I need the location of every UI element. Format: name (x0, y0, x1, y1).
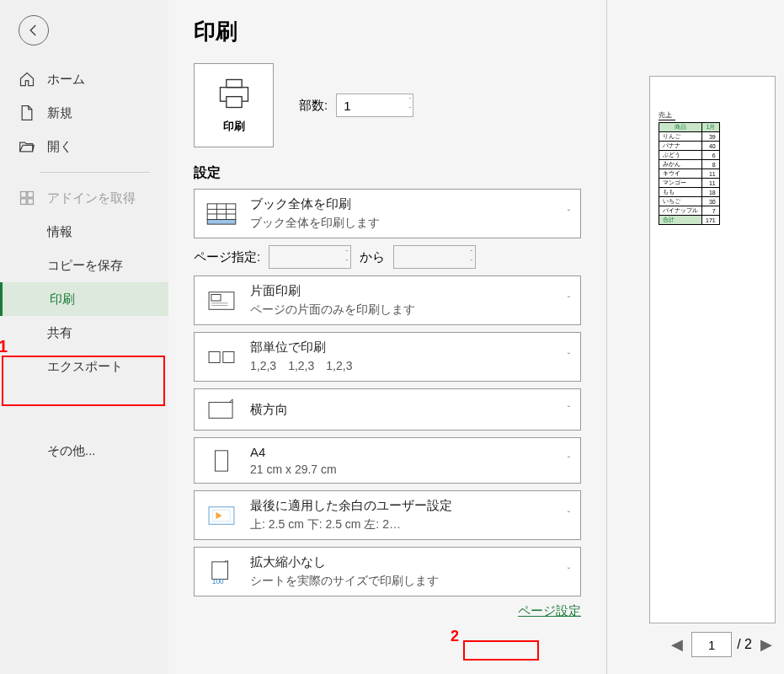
sides-dropdown[interactable]: 片面印刷ページの片面のみを印刷します ˇ (194, 275, 581, 325)
svg-rect-7 (207, 203, 236, 219)
sidebar-label: 新規 (47, 105, 72, 121)
svg-rect-0 (21, 192, 27, 198)
collate-icon (205, 344, 238, 371)
sidebar-item-new[interactable]: 新規 (0, 96, 168, 130)
chevron-down-icon: ˇ (568, 511, 570, 520)
sidebar-label: 共有 (47, 325, 72, 341)
page-title: 印刷 (194, 17, 581, 46)
sidebar-label: 情報 (47, 224, 72, 240)
settings-pane: 印刷 印刷 部数: ˆˇ 設定 ブック (168, 0, 606, 674)
sidebar-item-home[interactable]: ホーム (0, 62, 168, 96)
backstage-sidebar: ホーム 新規 開く アドインを取得 情報 コピーを保存 印刷 共有 エクスポート… (0, 0, 168, 674)
chevron-down-icon: ˇ (568, 209, 570, 218)
svg-rect-18 (223, 351, 234, 362)
page-to-input[interactable]: ˆˇ (393, 245, 476, 269)
table-row: バナナ40 (659, 142, 720, 151)
sidebar-label: 印刷 (50, 292, 75, 308)
paper-size-dropdown[interactable]: A421 cm x 29.7 cm ˇ (194, 437, 581, 484)
printer-icon (216, 77, 253, 110)
page-setup-link[interactable]: ページ設定 (518, 603, 581, 618)
annotation-1-box (2, 356, 165, 406)
current-page-input[interactable] (691, 632, 732, 657)
svg-text:100: 100 (212, 577, 224, 584)
table-row: マンゴー11 (659, 179, 720, 188)
folder-open-icon (19, 138, 35, 155)
print-what-dropdown[interactable]: ブック全体を印刷ブック全体を印刷します ˇ (194, 189, 581, 238)
svg-rect-14 (211, 294, 221, 300)
page-from-input[interactable]: ˆˇ (269, 245, 351, 269)
settings-title: 設定 (194, 164, 581, 182)
sidebar-item-getaddins[interactable]: アドインを取得 (0, 181, 168, 215)
sidebar-label: コピーを保存 (47, 258, 123, 274)
preview-table: 商品1月 りんご39 バナナ40 ぶどう6 みかん8 キウイ11 マンゴー11 … (659, 122, 720, 225)
collate-dropdown[interactable]: 部単位で印刷1,2,3 1,2,3 1,2,3 ˇ (194, 332, 581, 382)
landscape-icon (205, 396, 238, 423)
table-row: りんご39 (659, 132, 720, 142)
table-row: パイナップル7 (659, 206, 720, 216)
workbook-icon (205, 201, 238, 227)
svg-rect-5 (226, 80, 241, 88)
total-pages: / 2 (737, 637, 752, 652)
table-row: いちご30 (659, 197, 720, 206)
copies-spinner[interactable]: ˆˇ (409, 95, 412, 114)
scale-icon: 100 (205, 559, 238, 586)
table-row: ぶどう6 (659, 151, 720, 160)
addins-icon (19, 190, 35, 206)
sidebar-item-print[interactable]: 印刷 (0, 282, 168, 316)
svg-rect-19 (209, 403, 232, 419)
sidebar-item-more[interactable]: その他... (0, 434, 168, 468)
single-side-icon (205, 287, 238, 314)
chevron-down-icon: ˇ (568, 296, 570, 305)
svg-rect-12 (207, 219, 236, 224)
file-icon (19, 104, 35, 121)
chevron-down-icon: ˇ (568, 456, 570, 465)
back-button[interactable] (19, 15, 49, 45)
annotation-2-box (463, 640, 539, 661)
chevron-down-icon: ˇ (568, 352, 570, 361)
chevron-down-icon: ˇ (568, 567, 570, 576)
arrow-left-icon (26, 23, 41, 38)
margins-dropdown[interactable]: 最後に適用した余白のユーザー設定上: 2.5 cm 下: 2.5 cm 左: 2… (194, 490, 581, 540)
main-content: 印刷 印刷 部数: ˆˇ 設定 ブック (168, 0, 784, 674)
copies-label: 部数: (299, 98, 328, 114)
home-icon (19, 71, 35, 88)
sidebar-item-share[interactable]: 共有 (0, 316, 168, 350)
preview-document: 売上 商品1月 りんご39 バナナ40 ぶどう6 みかん8 キウイ11 マンゴー… (649, 76, 776, 623)
svg-rect-3 (28, 199, 34, 205)
sidebar-label: 開く (47, 139, 72, 155)
sidebar-item-saveas[interactable]: コピーを保存 (0, 249, 168, 282)
scale-dropdown[interactable]: 100 拡大縮小なしシートを実際のサイズで印刷します ˇ (194, 547, 581, 596)
margins-icon (205, 502, 238, 529)
preview-table-title: 売上 (659, 110, 675, 120)
table-row: キウイ11 (659, 169, 720, 179)
annotation-1: 1 (0, 337, 8, 356)
paper-icon (205, 447, 238, 474)
svg-rect-2 (21, 199, 27, 205)
sidebar-item-info[interactable]: 情報 (0, 215, 168, 249)
annotation-2: 2 (451, 628, 459, 645)
sidebar-item-open[interactable]: 開く (0, 130, 168, 163)
print-button[interactable]: 印刷 (194, 63, 274, 147)
table-row: 合計171 (659, 216, 720, 225)
orientation-dropdown[interactable]: 横方向 ˇ (194, 388, 581, 431)
sidebar-label: ホーム (47, 72, 85, 88)
sidebar-label: アドインを取得 (47, 190, 136, 206)
prev-page-button[interactable]: ◀ (668, 635, 686, 654)
preview-pane: 売上 商品1月 りんご39 バナナ40 ぶどう6 みかん8 キウイ11 マンゴー… (606, 0, 784, 674)
separator (40, 172, 150, 173)
svg-rect-17 (209, 351, 220, 362)
svg-rect-1 (28, 192, 34, 198)
preview-footer: ◀ / 2 ▶ (641, 623, 776, 666)
sidebar-label: その他... (47, 443, 96, 459)
page-range: ページ指定: ˆˇ から ˆˇ (194, 245, 581, 269)
print-button-label: 印刷 (223, 119, 245, 134)
table-row: もも18 (659, 188, 720, 197)
table-row: みかん8 (659, 160, 720, 169)
copies-input[interactable] (336, 94, 413, 117)
chevron-down-icon: ˇ (568, 405, 570, 415)
svg-rect-20 (216, 450, 228, 470)
svg-rect-6 (226, 97, 241, 108)
next-page-button[interactable]: ▶ (757, 635, 776, 654)
